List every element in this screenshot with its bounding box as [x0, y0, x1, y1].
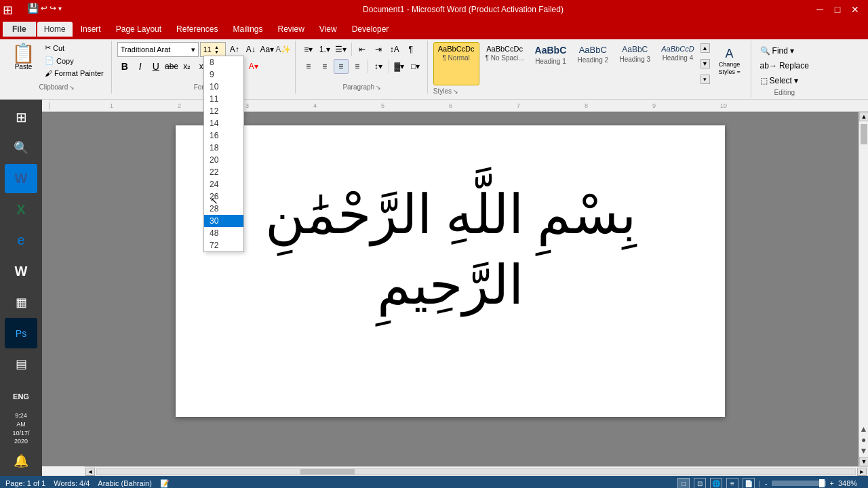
shading-para-button[interactable]: ▓▾: [392, 59, 407, 74]
find-button[interactable]: 🔍 Find ▾: [757, 45, 812, 57]
strikethrough-button[interactable]: abc: [164, 59, 179, 74]
scroll-down-button[interactable]: ▼: [859, 457, 868, 466]
zoom-slider-track[interactable]: [772, 481, 826, 486]
zoom-level[interactable]: 348%: [838, 479, 863, 487]
font-name-select[interactable]: Traditional Arat ▾: [117, 42, 199, 57]
references-tab[interactable]: References: [170, 22, 224, 37]
minimize-button[interactable]: ─: [812, 3, 827, 16]
scroll-thumb[interactable]: [861, 124, 867, 144]
bold-button[interactable]: B: [117, 59, 132, 74]
mailings-tab[interactable]: Mailings: [226, 22, 269, 37]
zoom-out-button[interactable]: -: [765, 479, 768, 487]
grow-font-button[interactable]: A↑: [227, 42, 242, 57]
print-layout-button[interactable]: □: [677, 478, 690, 488]
shrink-font-button[interactable]: A↓: [243, 42, 258, 57]
font-size-option-9[interactable]: 9: [204, 68, 243, 81]
taskbar-ps-icon[interactable]: Ps: [5, 318, 37, 348]
font-size-option-24[interactable]: 24: [204, 178, 243, 190]
redo-icon[interactable]: ↪: [50, 3, 56, 13]
close-button[interactable]: ✕: [848, 3, 863, 16]
change-case-button[interactable]: Aa▾: [260, 42, 275, 57]
clipboard-expand-icon[interactable]: ↘: [69, 84, 75, 91]
font-size-option-18[interactable]: 18: [204, 142, 243, 154]
style-normal[interactable]: AaBbCcDc ¶ Normal: [433, 42, 479, 85]
web-layout-button[interactable]: 🌐: [710, 478, 722, 488]
scroll-track[interactable]: [859, 121, 868, 423]
font-size-option-26[interactable]: 26: [204, 190, 243, 203]
underline-button[interactable]: U: [149, 59, 163, 74]
styles-scroll-down-button[interactable]: ▼: [701, 59, 710, 68]
customize-icon[interactable]: ▾: [58, 5, 62, 12]
undo-icon[interactable]: ↩: [41, 3, 47, 13]
document-content[interactable]: بِسْمِ اللَّهِ الرَّحْمَٰنِ الرَّحِيمِ: [210, 180, 691, 321]
subscript-button[interactable]: x₂: [180, 59, 195, 74]
font-size-option-12[interactable]: 12: [204, 105, 243, 117]
align-center-button[interactable]: ≡: [317, 59, 332, 74]
borders-button[interactable]: □▾: [408, 59, 423, 74]
prev-page-button[interactable]: ▲: [860, 424, 868, 434]
style-heading1[interactable]: AaBbC Heading 1: [530, 42, 572, 85]
increase-indent-button[interactable]: ⇥: [371, 42, 386, 57]
developer-tab[interactable]: Developer: [345, 22, 396, 37]
sort-button[interactable]: ↕A: [387, 42, 402, 57]
font-size-input[interactable]: 11 ▲ ▼: [200, 42, 226, 57]
font-size-option-28[interactable]: 28: [204, 203, 243, 215]
line-spacing-button[interactable]: ↕▾: [371, 59, 386, 74]
zoom-in-button[interactable]: +: [830, 479, 834, 487]
taskbar-lang-button[interactable]: ENG: [5, 382, 37, 411]
font-size-up-icon[interactable]: ▲: [214, 45, 219, 49]
font-size-option-72[interactable]: 72: [204, 239, 243, 251]
bullets-button[interactable]: ≡▾: [301, 42, 316, 57]
document-page[interactable]: بِسْمِ اللَّهِ الرَّحْمَٰنِ الرَّحِيمِ: [176, 125, 725, 417]
justify-button[interactable]: ≡: [350, 59, 365, 74]
cut-button[interactable]: ✂ Cut: [41, 42, 107, 54]
scroll-right-button[interactable]: ►: [857, 468, 867, 476]
paragraph-expand-icon[interactable]: ↘: [376, 84, 381, 91]
scroll-thumb-h[interactable]: [300, 469, 355, 474]
save-icon[interactable]: 💾: [27, 3, 39, 14]
style-heading4[interactable]: AaBbCcD Heading 4: [656, 42, 698, 85]
full-screen-button[interactable]: ⊡: [694, 478, 706, 488]
scroll-up-button[interactable]: ▲: [859, 112, 868, 121]
taskbar-word-icon[interactable]: W: [5, 164, 37, 193]
font-size-option-8[interactable]: 8: [204, 56, 243, 68]
styles-expand-icon[interactable]: ↘: [453, 88, 458, 95]
font-color-button[interactable]: A▾: [246, 59, 261, 74]
replace-button[interactable]: ab→ Replace: [757, 60, 812, 72]
font-size-option-10[interactable]: 10: [204, 81, 243, 93]
select-button[interactable]: ⬚ Select ▾: [757, 75, 812, 87]
font-size-option-11[interactable]: 11: [204, 93, 243, 105]
font-size-option-48[interactable]: 48: [204, 227, 243, 239]
taskbar-app1-icon[interactable]: ▦: [5, 287, 37, 317]
italic-button[interactable]: I: [133, 59, 148, 74]
select-object-button[interactable]: ●: [861, 435, 866, 445]
font-size-option-30[interactable]: 30: [204, 215, 243, 227]
decrease-indent-button[interactable]: ⇤: [355, 42, 370, 57]
outline-view-button[interactable]: ≡: [726, 478, 738, 488]
multilevel-button[interactable]: ☰▾: [334, 42, 349, 57]
font-size-option-14[interactable]: 14: [204, 117, 243, 129]
align-right-button[interactable]: ≡: [334, 59, 349, 74]
language-status[interactable]: Arabic (Bahrain): [98, 479, 151, 487]
styles-scroll-up-button[interactable]: ▲: [701, 43, 710, 53]
paste-button[interactable]: 📋 Paste: [7, 42, 40, 79]
change-styles-button[interactable]: A ChangeStyles =: [713, 43, 747, 79]
windows-icon[interactable]: ⊞: [3, 3, 13, 18]
document-area[interactable]: بِسْمِ اللَّهِ الرَّحْمَٰنِ الرَّحِيمِ: [42, 112, 859, 466]
copy-button[interactable]: 📄 Copy: [41, 55, 107, 66]
scroll-track-h[interactable]: [96, 468, 856, 475]
taskbar-edge-icon[interactable]: e: [5, 226, 37, 255]
numbering-button[interactable]: 1.▾: [317, 42, 332, 57]
insert-tab[interactable]: Insert: [74, 22, 108, 37]
home-tab[interactable]: Home: [37, 22, 73, 37]
taskbar-windows-button[interactable]: ⊞: [5, 102, 37, 131]
review-tab[interactable]: Review: [271, 22, 311, 37]
text-effects-button[interactable]: A✨: [276, 42, 291, 57]
font-size-option-16[interactable]: 16: [204, 129, 243, 142]
view-tab[interactable]: View: [313, 22, 344, 37]
style-heading3[interactable]: AaBbC Heading 3: [614, 42, 655, 85]
taskbar-word2-icon[interactable]: W: [5, 256, 37, 285]
font-size-down-icon[interactable]: ▼: [214, 49, 219, 54]
taskbar-excel-icon[interactable]: X: [5, 195, 37, 224]
file-tab[interactable]: File: [3, 22, 36, 37]
